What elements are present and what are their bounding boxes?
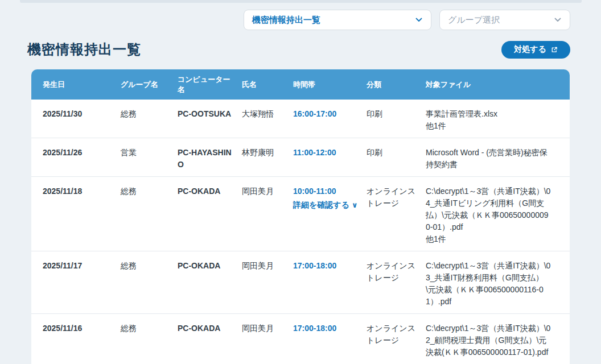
filter-controls: 機密情報持出一覧 グループ選択 [244,10,570,30]
handle-action-button-label: 対処する [514,44,546,55]
cell-category: 印刷 [367,147,426,159]
file-name: C:\decrypt\1～3営（共通IT決裁）\04_共通ITビリング利用料（G… [426,185,551,233]
group-select[interactable]: グループ選択 [439,10,570,30]
cell-files: C:\decrypt\1～3営（共通IT決裁）\03_共通IT財務利用料（G間支… [426,260,558,308]
occurrence-date: 2025/11/30 [43,108,114,120]
cell-name: 岡田美月 [242,322,293,334]
file-name: 他1件 [426,120,551,132]
column-header-time: 時間帯 [293,80,367,90]
cell-computer: PC-OKADA [178,185,235,197]
chevron-down-icon [554,16,562,24]
handle-action-button[interactable]: 対処する [501,41,570,59]
column-header-date: 発生日 [43,80,121,90]
column-header-file: 対象ファイル [426,80,558,90]
cell-computer: PC-OOTSUKA [178,108,235,120]
time-range-link[interactable]: 17:00-18:00 [293,260,336,272]
detail-toggle-link[interactable]: 詳細を確認する∨ [293,199,360,211]
time-range-link[interactable]: 17:00-18:00 [293,322,336,334]
cell-date: 2025/11/16 [43,322,121,334]
occurrence-date: 2025/11/17 [43,260,114,272]
cell-files: C:\decrypt\1～3営（共通IT決裁）\04_共通ITビリング利用料（G… [426,185,558,245]
cell-files: C:\decrypt\1～3営（共通IT決裁）\02_顧問税理士費用（G間支払）… [426,322,558,358]
cell-files: Microsoft Word - (売営業時)秘密保持契約書 [426,147,558,171]
column-header-category: 分類 [367,80,426,90]
cell-time: 16:00-17:00 [293,108,367,120]
top-edge-strip [20,0,582,3]
group-select-placeholder: グループ選択 [448,15,500,26]
cell-name: 岡田美月 [242,185,293,197]
report-type-select-value: 機密情報持出一覧 [252,15,320,26]
cell-time: 17:00-18:00 [293,322,367,334]
cell-category: 印刷 [367,108,426,120]
table-row: 2025/11/18 総務 PC-OKADA 岡田美月 10:00-11:00 … [31,177,570,251]
time-range-link[interactable]: 11:00-12:00 [293,147,336,159]
table-row: 2025/11/26 営業 PC-HAYASHINO 林野康明 11:00-12… [31,138,570,177]
cell-name: 林野康明 [242,147,293,159]
cell-date: 2025/11/26 [43,147,121,159]
cell-computer: PC-OKADA [178,260,235,272]
cell-time: 17:00-18:00 [293,260,367,272]
file-name: C:\decrypt\1～3営（共通IT決裁）\03_共通IT財務利用料（G間支… [426,260,551,308]
column-header-group: グループ名 [121,80,178,90]
chevron-down-icon [415,16,423,24]
cell-category: オンラインストレージ [367,322,426,346]
cell-name: 大塚翔悟 [242,108,293,120]
time-range-link[interactable]: 10:00-11:00 [293,185,336,197]
cell-category: オンラインストレージ [367,260,426,284]
cell-computer: PC-HAYASHINO [178,147,235,171]
cell-computer: PC-OKADA [178,322,235,334]
file-name: C:\decrypt\1～3営（共通IT決裁）\02_顧問税理士費用（G間支払）… [426,322,551,358]
file-name: Microsoft Word - (売営業時)秘密保持契約書 [426,147,551,171]
cell-time: 11:00-12:00 [293,147,367,159]
occurrence-date: 2025/11/16 [43,322,114,334]
occurrence-date: 2025/11/18 [43,185,114,197]
export-events-table: 発生日 グループ名 コンピューター名 氏名 時間帯 分類 対象ファイル 2025… [31,69,570,364]
table-row: 2025/11/17 総務 PC-OKADA 岡田美月 17:00-18:00 … [31,251,570,314]
table-row: 2025/11/30 総務 PC-OOTSUKA 大塚翔悟 16:00-17:0… [31,100,570,138]
table-body: 2025/11/30 総務 PC-OOTSUKA 大塚翔悟 16:00-17:0… [31,100,570,364]
table-header-row: 発生日 グループ名 コンピューター名 氏名 時間帯 分類 対象ファイル [31,69,570,100]
cell-time: 10:00-11:00 詳細を確認する∨ [293,185,367,211]
occurrence-date: 2025/11/26 [43,147,114,159]
file-name: 他1件 [426,233,551,245]
external-link-icon [550,46,558,53]
cell-group: 総務 [121,260,178,272]
cell-date: 2025/11/17 [43,260,121,272]
cell-name: 岡田美月 [242,260,293,272]
column-header-computer: コンピューター名 [178,75,242,95]
time-range-link[interactable]: 16:00-17:00 [293,108,336,120]
page-title: 機密情報持出一覧 [27,40,141,59]
chevron-down-icon: ∨ [352,201,358,209]
title-row: 機密情報持出一覧 対処する [27,40,570,59]
cell-group: 総務 [121,108,178,120]
cell-date: 2025/11/18 [43,185,121,197]
table-row: 2025/11/16 総務 PC-OKADA 岡田美月 17:00-18:00 … [31,314,570,364]
cell-files: 事業計画管理表.xlsx他1件 [426,108,558,132]
column-header-name: 氏名 [242,80,293,90]
cell-category: オンラインストレージ [367,185,426,209]
cell-group: 営業 [121,147,178,159]
cell-group: 総務 [121,185,178,197]
cell-group: 総務 [121,322,178,334]
file-name: 事業計画管理表.xlsx [426,108,551,120]
cell-date: 2025/11/30 [43,108,121,120]
report-type-select[interactable]: 機密情報持出一覧 [244,10,431,30]
